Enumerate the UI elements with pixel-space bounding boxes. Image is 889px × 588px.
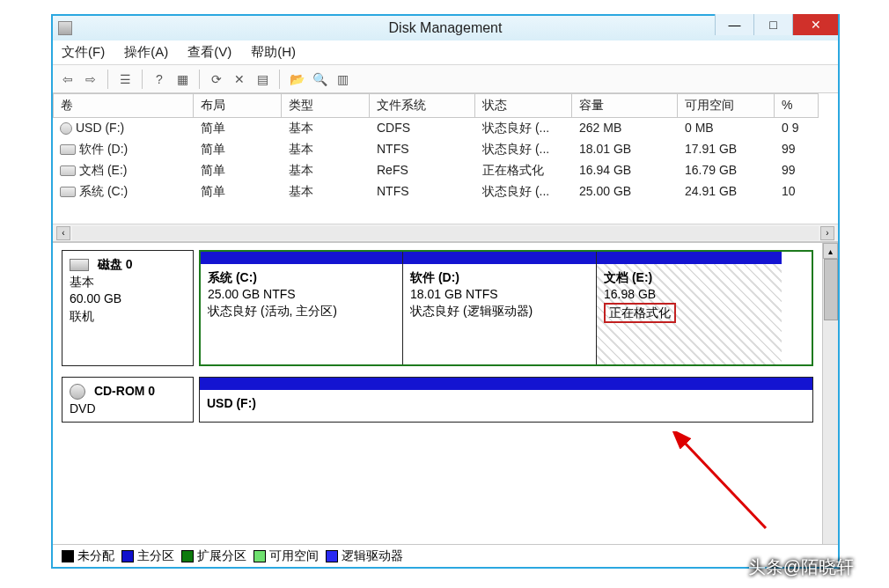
volume-icon bbox=[60, 165, 76, 176]
scroll-right-icon[interactable]: › bbox=[820, 226, 834, 240]
menu-action[interactable]: 操作(A) bbox=[124, 44, 168, 61]
swatch bbox=[62, 550, 74, 562]
partition-body: USD (F:) bbox=[200, 390, 812, 422]
scroll-track[interactable] bbox=[72, 226, 819, 240]
cd-icon bbox=[70, 384, 85, 400]
partition-body: 文档 (E:)16.98 GB正在格式化 bbox=[597, 264, 782, 364]
partition-status: 状态良好 (逻辑驱动器) bbox=[410, 304, 533, 318]
legend: 未分配 主分区 扩展分区 可用空间 逻辑驱动器 bbox=[53, 544, 838, 567]
partition-size: 18.01 GB NTFS bbox=[410, 287, 498, 301]
back-icon[interactable]: ⇦ bbox=[58, 70, 77, 89]
menu-help[interactable]: 帮助(H) bbox=[251, 44, 296, 61]
separator bbox=[279, 70, 280, 89]
col-capacity[interactable]: 容量 bbox=[572, 93, 678, 118]
partition[interactable]: 文档 (E:)16.98 GB正在格式化 bbox=[597, 252, 782, 364]
legend-unalloc: 未分配 bbox=[62, 548, 114, 564]
cdrom-part[interactable]: USD (F:) bbox=[200, 378, 812, 422]
properties-icon[interactable]: ▤ bbox=[253, 70, 272, 89]
view-icon[interactable]: ☰ bbox=[115, 70, 135, 89]
refresh-icon[interactable]: ⟳ bbox=[207, 70, 226, 89]
disk0-label[interactable]: 磁盘 0 基本 60.00 GB 联机 bbox=[62, 250, 194, 366]
cdrom-label[interactable]: CD-ROM 0 DVD bbox=[62, 377, 194, 423]
separator bbox=[107, 70, 108, 89]
partition[interactable]: 系统 (C:)25.00 GB NTFS状态良好 (活动, 主分区) bbox=[201, 252, 403, 364]
partition-name: 软件 (D:) bbox=[410, 270, 459, 284]
settings-icon[interactable]: ▦ bbox=[173, 70, 192, 89]
disk0-title: 磁盘 0 bbox=[98, 257, 133, 271]
h-scrollbar[interactable]: ‹ › bbox=[53, 224, 838, 241]
titlebar: Disk Management — □ ✕ bbox=[53, 16, 838, 40]
col-free[interactable]: 可用空间 bbox=[678, 93, 775, 118]
help-icon[interactable]: ? bbox=[150, 70, 169, 89]
delete-icon[interactable]: ✕ bbox=[230, 70, 249, 89]
col-volume[interactable]: 卷 bbox=[53, 93, 194, 118]
toolbar: ⇦ ⇨ ☰ ? ▦ ⟳ ✕ ▤ 📂 🔍 ▥ bbox=[53, 65, 838, 93]
volume-icon bbox=[60, 144, 76, 155]
partition-header bbox=[201, 252, 402, 264]
partition-status: 状态良好 (活动, 主分区) bbox=[208, 304, 337, 318]
volume-row[interactable]: 软件 (D:)简单基本NTFS状态良好 (...18.01 GB17.91 GB… bbox=[53, 139, 838, 160]
title-buttons: — □ ✕ bbox=[715, 14, 838, 35]
swatch bbox=[181, 550, 194, 562]
scroll-thumb[interactable] bbox=[824, 259, 838, 320]
partition-header bbox=[403, 252, 596, 264]
close-button[interactable]: ✕ bbox=[792, 14, 838, 35]
partition-name: 系统 (C:) bbox=[208, 270, 257, 284]
minimize-button[interactable]: — bbox=[715, 14, 753, 35]
explore-icon[interactable]: 🔍 bbox=[310, 70, 329, 89]
disk-row-0: 磁盘 0 基本 60.00 GB 联机 系统 (C:)25.00 GB NTFS… bbox=[62, 250, 813, 366]
col-type[interactable]: 类型 bbox=[282, 93, 370, 118]
partition[interactable]: 软件 (D:)18.01 GB NTFS状态良好 (逻辑驱动器) bbox=[403, 252, 597, 364]
partition-size: 16.98 GB bbox=[604, 287, 656, 301]
partition-icon[interactable]: ▥ bbox=[333, 70, 352, 89]
menu-file[interactable]: 文件(F) bbox=[62, 44, 105, 61]
legend-extended: 扩展分区 bbox=[181, 548, 246, 564]
cdrom-part-name: USD (F:) bbox=[207, 396, 256, 410]
disk0-partitions: 系统 (C:)25.00 GB NTFS状态良好 (活动, 主分区)软件 (D:… bbox=[199, 250, 813, 366]
graphical-view: 磁盘 0 基本 60.00 GB 联机 系统 (C:)25.00 GB NTFS… bbox=[53, 242, 838, 567]
menu-view[interactable]: 查看(V) bbox=[187, 44, 231, 61]
partition-name: 文档 (E:) bbox=[604, 270, 652, 284]
volume-row[interactable]: USD (F:)简单基本CDFS状态良好 (...262 MB0 MB0 9 bbox=[53, 118, 838, 139]
col-filesystem[interactable]: 文件系统 bbox=[370, 93, 475, 118]
cdrom-type: DVD bbox=[70, 401, 96, 415]
cdrom-title: CD-ROM 0 bbox=[94, 384, 155, 398]
partition-header bbox=[200, 378, 812, 390]
separator bbox=[142, 70, 143, 89]
forward-icon[interactable]: ⇨ bbox=[81, 70, 100, 89]
col-status[interactable]: 状态 bbox=[475, 93, 572, 118]
partition-size: 25.00 GB NTFS bbox=[208, 287, 296, 301]
volume-list-body: USD (F:)简单基本CDFS状态良好 (...262 MB0 MB0 9软件… bbox=[53, 118, 838, 224]
col-layout[interactable]: 布局 bbox=[194, 93, 282, 118]
swatch bbox=[326, 550, 338, 562]
scroll-up-icon[interactable]: ▴ bbox=[823, 243, 838, 259]
app-icon bbox=[58, 21, 72, 35]
maximize-button[interactable]: □ bbox=[753, 14, 792, 35]
disk0-size: 60.00 GB bbox=[70, 291, 121, 305]
legend-primary: 主分区 bbox=[121, 548, 174, 564]
volume-list: 卷 布局 类型 文件系统 状态 容量 可用空间 % USD (F:)简单基本CD… bbox=[53, 93, 838, 242]
disk0-type: 基本 bbox=[70, 275, 94, 289]
disk0-state: 联机 bbox=[70, 309, 94, 323]
partition-status: 正在格式化 bbox=[604, 305, 676, 320]
partition-body: 软件 (D:)18.01 GB NTFS状态良好 (逻辑驱动器) bbox=[403, 264, 596, 364]
scroll-left-icon[interactable]: ‹ bbox=[56, 226, 70, 240]
menubar: 文件(F) 操作(A) 查看(V) 帮助(H) bbox=[53, 40, 838, 65]
open-icon[interactable]: 📂 bbox=[287, 70, 306, 89]
v-scrollbar[interactable]: ▴ ▾ bbox=[822, 243, 838, 567]
separator bbox=[199, 70, 200, 89]
volume-icon bbox=[60, 187, 76, 197]
col-percent[interactable]: % bbox=[775, 93, 819, 118]
graphical-column: 磁盘 0 基本 60.00 GB 联机 系统 (C:)25.00 GB NTFS… bbox=[53, 243, 822, 567]
volume-row[interactable]: 文档 (E:)简单基本ReFS正在格式化16.94 GB16.79 GB99 bbox=[53, 160, 838, 181]
cdrom-partitions: USD (F:) bbox=[199, 377, 813, 423]
disk-icon bbox=[70, 259, 89, 271]
volume-list-header: 卷 布局 类型 文件系统 状态 容量 可用空间 % bbox=[53, 93, 838, 118]
swatch bbox=[253, 550, 266, 562]
swatch bbox=[121, 550, 134, 562]
volume-row[interactable]: 系统 (C:)简单基本NTFS状态良好 (...25.00 GB24.91 GB… bbox=[53, 181, 838, 202]
legend-logical: 逻辑驱动器 bbox=[326, 548, 403, 564]
legend-free: 可用空间 bbox=[253, 548, 319, 564]
scroll-track[interactable] bbox=[823, 259, 838, 551]
volume-icon bbox=[60, 122, 72, 135]
